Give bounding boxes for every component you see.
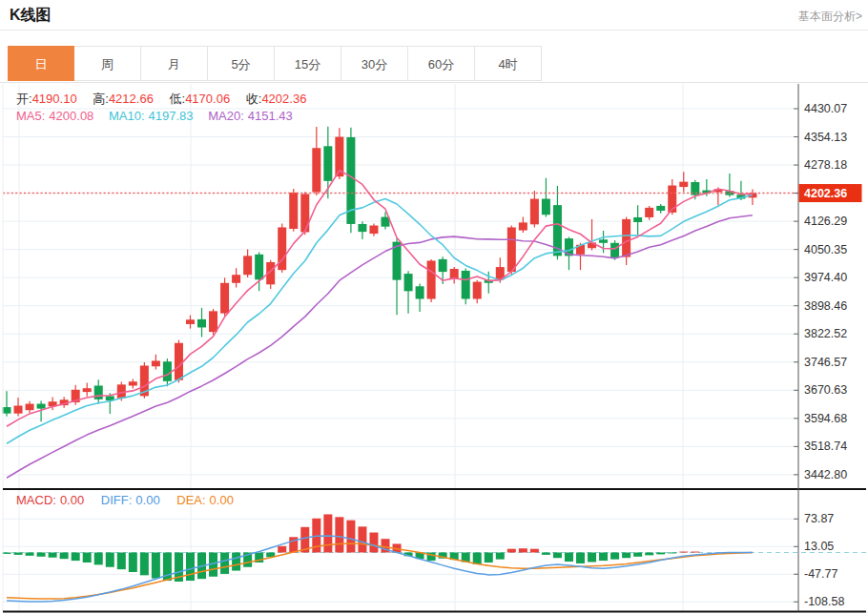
- macd-bar: [599, 553, 608, 562]
- macd-legend: MACD:0.00 DIFF:0.00 DEA:0.00: [16, 493, 234, 507]
- candle-body: [163, 361, 172, 381]
- price-axis-label: 3822.52: [804, 327, 847, 340]
- candle-body: [243, 256, 252, 275]
- macd-bar: [278, 546, 286, 553]
- macd-bar: [323, 514, 332, 552]
- ma20-line: [7, 215, 753, 479]
- candle-body: [312, 148, 320, 192]
- macd-bar: [152, 553, 160, 579]
- macd-bar: [565, 553, 573, 563]
- candle-body: [152, 360, 160, 366]
- macd-bar: [588, 553, 596, 563]
- tab-月[interactable]: 月: [141, 46, 208, 81]
- candle-body: [404, 274, 413, 291]
- close-value: 4202.36: [261, 92, 306, 106]
- macd-bar: [691, 552, 699, 553]
- ma-legend: MA5:4200.08 MA10:4197.83 MA20:4151.43: [16, 109, 293, 123]
- macd-bar: [14, 553, 23, 555]
- candle-body: [507, 227, 516, 272]
- macd-bar: [668, 553, 676, 554]
- timeframe-tabs: 日周月5分15分30分60分4时: [8, 46, 542, 81]
- macd-bar: [496, 553, 505, 560]
- candle-body: [220, 283, 229, 314]
- macd-bar: [129, 553, 137, 573]
- macd-bar: [106, 553, 114, 567]
- candle-body: [622, 219, 630, 257]
- macd-bar: [645, 553, 653, 556]
- close-label: 收:: [246, 92, 262, 106]
- tab-5分[interactable]: 5分: [208, 46, 275, 81]
- macd-bar: [633, 553, 642, 557]
- price-axis-label: 4126.29: [804, 215, 847, 228]
- tab-60分[interactable]: 60分: [408, 46, 475, 81]
- candle-body: [83, 388, 92, 392]
- macd-label: MACD:: [16, 493, 56, 507]
- ma10-line: [7, 195, 753, 444]
- fundamental-analysis-link[interactable]: 基本面分析>: [798, 9, 862, 25]
- macd-bar: [26, 553, 34, 556]
- tab-周[interactable]: 周: [74, 46, 141, 81]
- macd-bar: [83, 553, 92, 563]
- ohlc-legend: 开:4190.10 高:4212.66 低:4170.06 收:4202.36: [16, 91, 319, 108]
- candle-body: [633, 217, 642, 222]
- price-axis-label: 4050.35: [804, 243, 847, 256]
- macd-bar: [576, 553, 585, 563]
- candle-body: [232, 275, 240, 283]
- macd-bar: [369, 533, 378, 553]
- macd-bar: [622, 553, 630, 559]
- price-axis-label: 3442.80: [804, 468, 847, 481]
- macd-value: 0.00: [60, 493, 84, 507]
- candle-body: [37, 404, 46, 409]
- candle-body: [186, 319, 195, 324]
- candle-body: [450, 269, 459, 278]
- price-axis-label: 3518.74: [804, 440, 847, 453]
- macd-axis-label: 13.05: [804, 540, 834, 553]
- price-axis-label: 3746.57: [804, 356, 847, 369]
- tab-日[interactable]: 日: [8, 46, 74, 81]
- candle-body: [323, 146, 332, 181]
- price-axis-label: 4430.07: [804, 102, 847, 115]
- current-price-badge-text: 4202.36: [804, 187, 847, 200]
- candle-body: [358, 224, 366, 232]
- macd-bar: [3, 553, 11, 554]
- dea-value: 0.00: [210, 493, 234, 507]
- candle-body: [300, 194, 309, 232]
- macd-bar: [186, 553, 195, 582]
- macd-bar: [519, 548, 527, 552]
- high-label: 高:: [93, 92, 109, 106]
- ma10-label: MA10:: [109, 109, 145, 123]
- macd-bar: [679, 552, 688, 553]
- candle-body: [129, 381, 137, 385]
- candle-body: [369, 226, 378, 235]
- candle-body: [462, 271, 470, 299]
- ma10-value: 4197.83: [149, 109, 194, 123]
- open-label: 开:: [16, 92, 32, 106]
- macd-bar: [117, 553, 126, 570]
- price-axis-label: 3898.46: [804, 299, 847, 313]
- candle-body: [519, 222, 527, 230]
- tab-30分[interactable]: 30分: [341, 46, 408, 81]
- ma20-label: MA20:: [208, 109, 244, 123]
- candle-body: [289, 193, 298, 229]
- candle-body: [473, 282, 482, 299]
- open-value: 4190.10: [32, 92, 77, 106]
- page-title: K线图: [10, 6, 52, 26]
- macd-axis-label: -108.58: [804, 595, 844, 608]
- tab-4时[interactable]: 4时: [475, 46, 542, 81]
- candle-body: [94, 385, 103, 399]
- ma20-value: 4151.43: [248, 109, 293, 123]
- macd-bar: [49, 553, 57, 558]
- macd-bar: [37, 553, 46, 557]
- candle-body: [439, 259, 447, 272]
- price-axis-label: 4278.18: [804, 158, 847, 172]
- candle-body: [427, 260, 436, 298]
- macd-bar: [485, 553, 493, 563]
- candle-body: [3, 407, 11, 414]
- low-value: 4170.06: [185, 92, 230, 106]
- price-axis-label: 4354.13: [804, 131, 847, 144]
- tab-15分[interactable]: 15分: [275, 46, 341, 81]
- macd-bar: [507, 549, 516, 553]
- macd-bar: [358, 526, 366, 552]
- candle-body: [656, 206, 665, 211]
- kline-header: K线图 基本面分析>: [0, 0, 868, 31]
